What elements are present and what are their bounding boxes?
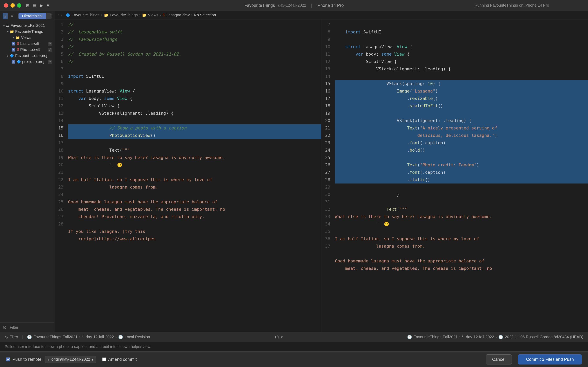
subtitle: day-12-fall-2022 [278, 3, 306, 8]
code-lines-right: import SwiftUI struct LasagnaView: View … [332, 19, 588, 332]
amend-label: Amend commit [108, 357, 137, 362]
breadcrumb-item-4[interactable]: S LasagnaView [163, 13, 190, 17]
filter-status: ⊙ Filter [5, 335, 18, 339]
tree-item-label: FavouriteThings [15, 29, 43, 34]
chevron-right-icon: › [79, 335, 80, 339]
breadcrumb-item-5[interactable]: No Selection [194, 13, 216, 17]
list-view-icon[interactable]: ≡ [10, 13, 15, 19]
sidebar-toolbar: ⊞ ≡ Hierarchical Flat [0, 11, 54, 21]
tree-item-label: Las….swift [20, 42, 39, 46]
amend-checkbox[interactable] [102, 358, 106, 361]
commit-button[interactable]: Commit 3 Files and Push [518, 354, 582, 365]
forward-button[interactable]: › [60, 13, 62, 17]
git-icon: ⑂ [462, 335, 464, 339]
cancel-button[interactable]: Cancel [486, 354, 512, 365]
file-badge: A [48, 48, 52, 52]
run-status: Running FavouriteThings on iPhone 14 Pro [474, 3, 549, 8]
amend-section: Amend commit [102, 357, 137, 362]
remote-branch-name: origin/day-12-fall-2022 [51, 357, 90, 362]
minimize-button[interactable] [10, 3, 15, 8]
line-numbers-right: 789 101112 1314 15 16 17 18 19 20 21 22 … [321, 19, 332, 332]
chevron-right-icon: › [459, 335, 461, 339]
file-checkbox[interactable] [12, 60, 15, 64]
chevron-down-icon: ▾ [6, 30, 10, 33]
page-dropdown[interactable]: ▾ [281, 335, 283, 339]
right-code-editor[interactable]: 789 101112 1314 15 16 17 18 19 20 21 22 … [321, 19, 588, 332]
left-git-branch: day-12-fall-2022 [86, 335, 114, 339]
list-item[interactable]: S Las….swift M [0, 41, 54, 47]
breadcrumb-sep: › [139, 13, 140, 17]
filter-label: Filter [9, 335, 18, 339]
swift-icon: S [163, 13, 165, 17]
editor-panel: ‹ › 🔷 FavouriteThings › 📁 FavouriteThing… [54, 11, 588, 332]
right-git-branch: day-12-fall-2022 [466, 335, 494, 339]
list-item[interactable]: ▾ 🗂 Favourite...Fall2021 [0, 23, 54, 29]
folder-icon: 📁 [104, 13, 109, 17]
remote-branch-selector[interactable]: ⑂ origin/day-12-fall-2022 ▾ [45, 356, 96, 363]
list-item[interactable]: S Pho….swift A [0, 47, 54, 53]
flat-toggle[interactable]: Flat [46, 13, 51, 19]
tree-item-label: Favourite...Fall2021 [10, 23, 45, 28]
breadcrumb-sep: › [101, 13, 102, 17]
page-number: 1/1 [274, 335, 280, 339]
clock-icon: 🕐 [27, 335, 32, 339]
list-item[interactable]: 🔷 proje….xproj M [0, 59, 54, 65]
file-checkbox[interactable] [12, 48, 15, 51]
commit-bar: Push to remote: ⑂ origin/day-12-fall-202… [0, 351, 588, 367]
chevron-down-icon: ▾ [2, 24, 6, 27]
breadcrumb-item-2[interactable]: 📁 FavouriteThings [104, 13, 138, 17]
navigator-icon[interactable]: ▤ [33, 3, 37, 8]
tree-item-label: Views [21, 35, 31, 40]
stop-button[interactable]: ■ [46, 3, 49, 8]
list-item[interactable]: ▾ 📁 Views [0, 35, 54, 41]
branch-icon: ⑂ [47, 357, 50, 362]
close-button[interactable] [4, 3, 8, 8]
push-label: Push to remote: [12, 357, 42, 362]
info-bar: Pulled user interface to show a photo, a… [0, 342, 588, 351]
file-badge: M [48, 60, 52, 64]
hierarchical-toggle[interactable]: Hierarchical [18, 13, 46, 19]
status-separator: | [22, 335, 23, 339]
code-content: 123 456 789 101112 1314 15 16 171819 202… [54, 19, 321, 332]
tree-item-label: Favourit….odeproj [15, 53, 47, 58]
file-checkbox[interactable] [12, 42, 15, 45]
sidebar-tree: ▾ 🗂 Favourite...Fall2021 ▾ 📁 FavouriteTh… [0, 21, 54, 323]
main-container: ⊞ ≡ Hierarchical Flat ▾ 🗂 Favourite...Fa… [0, 11, 588, 367]
filter-icon: ⊙ [3, 325, 7, 330]
folder-icon: 🗂 [6, 24, 9, 28]
right-revision: 2022-11-06 Russell Gordon 8d30434 (HEAD) [505, 335, 583, 339]
breadcrumb-sep: › [191, 13, 192, 17]
chevron-down-icon: ▾ [12, 36, 16, 39]
left-revision: Local Revision [125, 335, 150, 339]
page-info: 1/1 ▾ [274, 335, 283, 339]
right-branch: FavouriteThings-Fall2021 [414, 335, 458, 339]
app-name: FavouriteThings [244, 3, 275, 8]
filter-icon: ⊙ [5, 335, 8, 339]
breadcrumb-sep: › [160, 13, 161, 17]
grid-view-icon[interactable]: ⊞ [3, 13, 8, 19]
left-code-editor[interactable]: 123 456 789 101112 1314 15 16 171819 202… [54, 19, 321, 332]
clock-icon2: 🕐 [118, 335, 123, 339]
titlebar-center: FavouriteThings day-12-fall-2022 | iPhon… [244, 3, 344, 8]
xproj-icon: 🔷 [17, 60, 21, 64]
breadcrumb-item-3[interactable]: 📁 Views [142, 13, 158, 17]
list-item[interactable]: ▸ 🔷 Favourit….odeproj [0, 53, 54, 59]
right-repo-info: 🕐 FavouriteThings-Fall2021 › ⑂ day-12-fa… [407, 335, 583, 339]
push-checkbox[interactable] [6, 358, 10, 361]
push-remote-section: Push to remote: ⑂ origin/day-12-fall-202… [6, 356, 96, 363]
editors-container: 123 456 789 101112 1314 15 16 171819 202… [54, 19, 588, 332]
folder-icon: 📁 [16, 36, 20, 40]
list-item[interactable]: ▾ 📁 FavouriteThings [0, 29, 54, 35]
sidebar-toggle-icon[interactable]: ⊞ [26, 3, 29, 8]
fullscreen-button[interactable] [17, 3, 21, 8]
nav-arrows: ‹ › [58, 13, 62, 17]
sidebar: ⊞ ≡ Hierarchical Flat ▾ 🗂 Favourite...Fa… [0, 11, 54, 332]
breadcrumb-item-1[interactable]: 🔷 FavouriteThings [66, 13, 99, 17]
play-button[interactable]: ▶ [40, 3, 43, 8]
back-button[interactable]: ‹ [58, 13, 59, 17]
titlebar: ⊞ ▤ ▶ ■ FavouriteThings day-12-fall-2022… [0, 0, 588, 11]
commit-message: Pulled user interface to show a photo, a… [5, 344, 151, 349]
device-selector[interactable]: iPhone 14 Pro [317, 3, 344, 8]
filter-bar: ⊙ Filter [0, 323, 54, 332]
status-bar: ⊙ Filter | 🕐 FavouriteThings-Fall2021 › … [0, 332, 588, 342]
